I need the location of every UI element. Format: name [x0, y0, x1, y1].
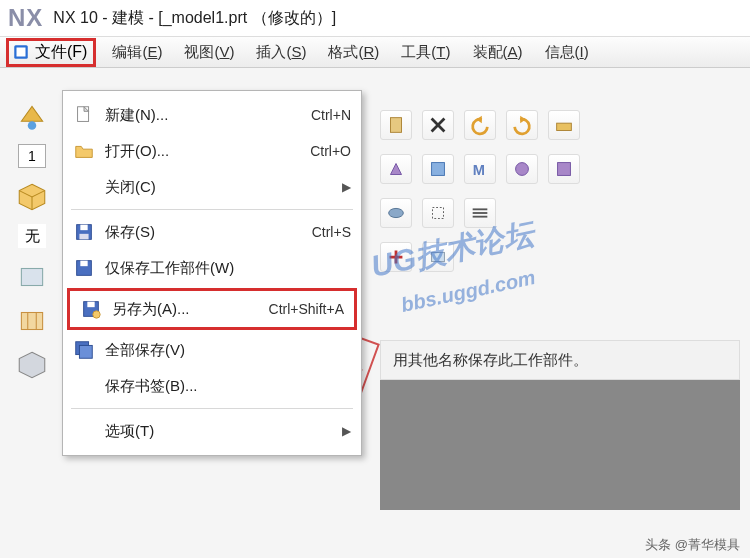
left-icon-2[interactable] [15, 260, 49, 292]
plus-icon[interactable] [380, 242, 412, 272]
svg-rect-25 [557, 123, 572, 130]
tool-icon-9[interactable] [422, 242, 454, 272]
svg-marker-23 [476, 116, 482, 123]
menu-save-work-label: 仅保存工作部件(W) [105, 259, 351, 278]
menu-insert[interactable]: 插入(S) [246, 39, 316, 66]
blank-icon [73, 176, 95, 198]
menu-save-bookmark[interactable]: 保存书签(B)... [63, 368, 361, 404]
submenu-arrow-icon: ▶ [342, 424, 351, 438]
tool-icon-5[interactable] [548, 154, 580, 184]
app-logo: NX [8, 4, 43, 32]
left-trunc-label: 无 [18, 224, 46, 248]
tool-icon-6[interactable] [380, 198, 412, 228]
menu-format[interactable]: 格式(R) [318, 39, 389, 66]
tool-icon-2[interactable] [380, 154, 412, 184]
menu-options[interactable]: 选项(T) ▶ [63, 413, 361, 449]
menu-save-all[interactable]: 全部保存(V) [63, 332, 361, 368]
delete-icon[interactable] [422, 110, 454, 140]
svg-rect-5 [21, 269, 42, 286]
menu-save-shortcut: Ctrl+S [312, 224, 351, 240]
menu-save-as-shortcut: Ctrl+Shift+A [269, 301, 344, 317]
menu-view[interactable]: 视图(V) [174, 39, 244, 66]
svg-rect-6 [21, 313, 42, 330]
svg-point-19 [93, 311, 100, 318]
svg-marker-9 [19, 352, 45, 378]
svg-rect-33 [432, 252, 445, 261]
svg-rect-32 [433, 208, 444, 219]
svg-point-31 [389, 208, 404, 217]
menu-open-shortcut: Ctrl+O [310, 143, 351, 159]
left-icon-4[interactable] [15, 348, 49, 380]
svg-marker-24 [520, 116, 526, 123]
blank-icon [73, 375, 95, 397]
left-toolbar: 1 无 [8, 100, 56, 380]
cube-icon[interactable] [15, 180, 49, 212]
svg-rect-16 [80, 261, 87, 267]
menu-options-label: 选项(T) [105, 422, 336, 441]
svg-point-2 [28, 121, 37, 130]
redo-icon[interactable] [506, 110, 538, 140]
tool-icon-1[interactable] [548, 110, 580, 140]
menu-save[interactable]: 保存(S) Ctrl+S [63, 214, 361, 250]
svg-rect-1 [17, 48, 26, 57]
menu-save-work[interactable]: 仅保存工作部件(W) [63, 250, 361, 286]
svg-point-29 [516, 163, 529, 176]
menu-separator [71, 209, 353, 210]
toolbar-area: M [380, 110, 740, 286]
menu-file[interactable]: 文件(F) [6, 38, 96, 67]
menu-new[interactable]: 新建(N)... Ctrl+N [63, 97, 361, 133]
tool-icon-m[interactable]: M [464, 154, 496, 184]
menu-description: 用其他名称保存此工作部件。 [380, 340, 740, 380]
left-icon-1[interactable] [15, 100, 49, 132]
titlebar: NX NX 10 - 建模 - [_model1.prt （修改的）] [0, 0, 750, 36]
svg-rect-13 [80, 225, 87, 231]
menu-tools[interactable]: 工具(T) [391, 39, 460, 66]
menu-save-as-label: 另存为(A)... [112, 300, 269, 319]
file-icon [11, 43, 31, 61]
save-work-icon [73, 257, 95, 279]
tool-icon-8[interactable] [464, 198, 496, 228]
svg-marker-26 [391, 164, 402, 175]
folder-open-icon [73, 140, 95, 162]
history-index[interactable]: 1 [18, 144, 46, 168]
menubar: 文件(F) 编辑(E) 视图(V) 插入(S) 格式(R) 工具(T) 装配(A… [0, 36, 750, 68]
undo-icon[interactable] [464, 110, 496, 140]
paste-icon[interactable] [380, 110, 412, 140]
svg-rect-14 [79, 234, 88, 240]
window-title: NX 10 - 建模 - [_model1.prt （修改的）] [53, 8, 336, 29]
menu-open-label: 打开(O)... [105, 142, 310, 161]
save-all-icon [73, 339, 95, 361]
svg-rect-27 [432, 163, 445, 176]
menu-save-as[interactable]: 另存为(A)... Ctrl+Shift+A [70, 291, 354, 327]
save-icon [73, 221, 95, 243]
tool-icon-7[interactable] [422, 198, 454, 228]
svg-rect-21 [79, 345, 92, 358]
viewport-area[interactable] [380, 380, 740, 510]
tool-icon-3[interactable] [422, 154, 454, 184]
new-file-icon [73, 104, 95, 126]
menu-save-all-label: 全部保存(V) [105, 341, 351, 360]
left-icon-3[interactable] [15, 304, 49, 336]
svg-rect-30 [558, 163, 571, 176]
menu-save-bookmark-label: 保存书签(B)... [105, 377, 351, 396]
svg-rect-18 [87, 302, 94, 308]
footer-credit: 头条 @菁华模具 [645, 536, 740, 554]
menu-assem[interactable]: 装配(A) [463, 39, 533, 66]
svg-rect-22 [391, 118, 402, 133]
menu-save-label: 保存(S) [105, 223, 312, 242]
svg-rect-10 [78, 107, 89, 122]
submenu-arrow-icon: ▶ [342, 180, 351, 194]
file-dropdown: 新建(N)... Ctrl+N 打开(O)... Ctrl+O 关闭(C) ▶ … [62, 90, 362, 456]
menu-open[interactable]: 打开(O)... Ctrl+O [63, 133, 361, 169]
save-as-icon [80, 298, 102, 320]
tool-icon-4[interactable] [506, 154, 538, 184]
menu-separator [71, 408, 353, 409]
menu-file-label: 文件(F) [35, 42, 87, 63]
menu-edit[interactable]: 编辑(E) [102, 39, 172, 66]
blank-icon [73, 420, 95, 442]
menu-info[interactable]: 信息(I) [535, 39, 599, 66]
menu-new-shortcut: Ctrl+N [311, 107, 351, 123]
menu-close-label: 关闭(C) [105, 178, 336, 197]
menu-close[interactable]: 关闭(C) ▶ [63, 169, 361, 205]
menu-description-text: 用其他名称保存此工作部件。 [393, 351, 588, 370]
